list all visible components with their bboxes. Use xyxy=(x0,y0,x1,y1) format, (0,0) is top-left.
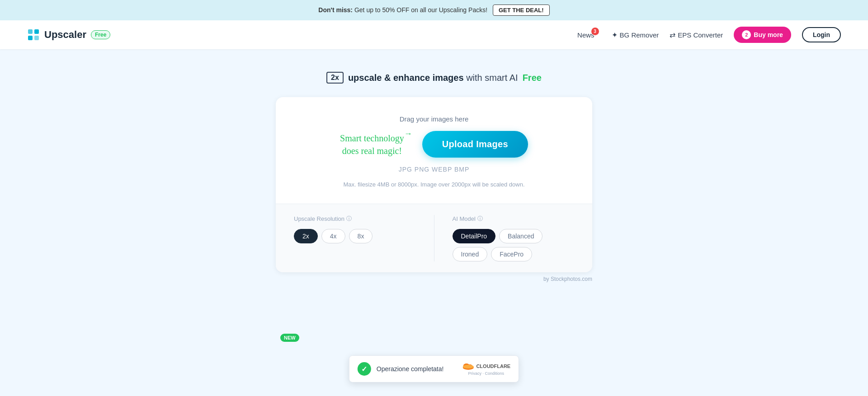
login-button[interactable]: Login xyxy=(802,27,841,42)
upload-middle: Smart technology does real magic! Upload… xyxy=(303,131,565,158)
scale-badge: 2x xyxy=(326,72,344,84)
resolution-2x[interactable]: 2x xyxy=(294,229,318,243)
nav-bg-remover[interactable]: ✦ BG Remover xyxy=(612,31,659,39)
settings-area: Upscale Resolution ⓘ 2x 4x 8x AI Model ⓘ… xyxy=(276,204,592,272)
model-section: AI Model ⓘ DetailPro Balanced Ironed Fac… xyxy=(434,215,575,261)
captcha-box: ✓ Operazione completata! CLOUDFLARE Priv… xyxy=(349,355,519,382)
resolution-info-icon[interactable]: ⓘ xyxy=(346,215,352,223)
attribution: by Stockphotos.com xyxy=(276,276,592,282)
model-options: DetailPro Balanced Ironed FacePro xyxy=(453,229,575,261)
deal-button[interactable]: GET THE DEAL! xyxy=(493,5,550,16)
hero-tagline: 2x upscale & enhance images with smart A… xyxy=(326,72,542,84)
cloudflare-brand-text: CLOUDFLARE xyxy=(476,363,510,369)
navbar: Upscaler Free News 3 ✦ BG Remover ⇄ EPS … xyxy=(0,20,868,49)
new-badge: NEW xyxy=(280,334,299,342)
cloudflare-links: Privacy · Conditions xyxy=(468,371,505,376)
bg-remover-icon: ✦ xyxy=(612,31,618,39)
model-balanced[interactable]: Balanced xyxy=(499,229,542,243)
upload-area: Drag your images here Smart technology d… xyxy=(276,97,592,204)
dont-miss-label: Don't miss: Get up to 50% OFF on all our… xyxy=(318,6,489,14)
model-facepro[interactable]: FacePro xyxy=(491,247,532,261)
model-label: AI Model ⓘ xyxy=(453,215,575,223)
svg-rect-1 xyxy=(34,29,39,34)
drag-text: Drag your images here xyxy=(400,115,469,123)
credits-badge: 2 xyxy=(742,30,751,39)
main-content: 2x upscale & enhance images with smart A… xyxy=(0,49,868,300)
smart-tech-label: Smart technology does real magic! xyxy=(340,132,404,157)
captcha-brand: CLOUDFLARE Privacy · Conditions xyxy=(462,362,510,376)
buy-more-button[interactable]: 2 Buy more xyxy=(734,27,791,43)
nav-eps-converter[interactable]: ⇄ EPS Converter xyxy=(670,31,723,39)
captcha-checkmark: ✓ xyxy=(358,362,371,376)
svg-rect-3 xyxy=(34,36,39,40)
tagline-free: Free xyxy=(523,73,542,83)
model-info-icon[interactable]: ⓘ xyxy=(477,215,483,223)
resolution-section: Upscale Resolution ⓘ 2x 4x 8x xyxy=(294,215,434,261)
logo-icon xyxy=(27,28,40,41)
tagline-normal: with smart AI xyxy=(466,73,518,83)
cloudflare-logo-icon xyxy=(462,362,474,370)
resolution-label: Upscale Resolution ⓘ xyxy=(294,215,416,223)
top-banner: Don't miss: Get up to 50% OFF on all our… xyxy=(0,0,868,20)
nav-news[interactable]: News 3 xyxy=(577,31,594,39)
navbar-right: News 3 ✦ BG Remover ⇄ EPS Converter 2 Bu… xyxy=(577,27,841,43)
logo-text: Upscaler xyxy=(44,29,86,41)
captcha-left: ✓ Operazione completata! xyxy=(358,362,444,376)
resolution-4x[interactable]: 4x xyxy=(321,229,345,243)
svg-rect-0 xyxy=(28,29,33,34)
filesize-note: Max. filesize 4MB or 8000px. Image over … xyxy=(343,181,524,188)
resolution-8x[interactable]: 8x xyxy=(349,229,373,243)
model-detailpro[interactable]: DetailPro xyxy=(453,229,496,243)
logo-area: Upscaler Free xyxy=(27,28,110,41)
logo-free-badge: Free xyxy=(91,30,110,39)
tagline-bold: upscale & enhance images xyxy=(348,73,464,83)
svg-rect-2 xyxy=(28,36,33,40)
captcha-area: ✓ Operazione completata! CLOUDFLARE Priv… xyxy=(349,355,519,382)
formats-text: JPG PNG WEBP BMP xyxy=(399,166,470,173)
eps-converter-icon: ⇄ xyxy=(670,31,675,39)
resolution-options: 2x 4x 8x xyxy=(294,229,416,243)
upload-card: Drag your images here Smart technology d… xyxy=(276,97,592,272)
model-ironed[interactable]: Ironed xyxy=(453,247,488,261)
svg-point-7 xyxy=(462,365,473,368)
captcha-message: Operazione completata! xyxy=(377,365,444,373)
upload-images-button[interactable]: Upload Images xyxy=(422,131,528,158)
news-badge: 3 xyxy=(591,28,599,35)
